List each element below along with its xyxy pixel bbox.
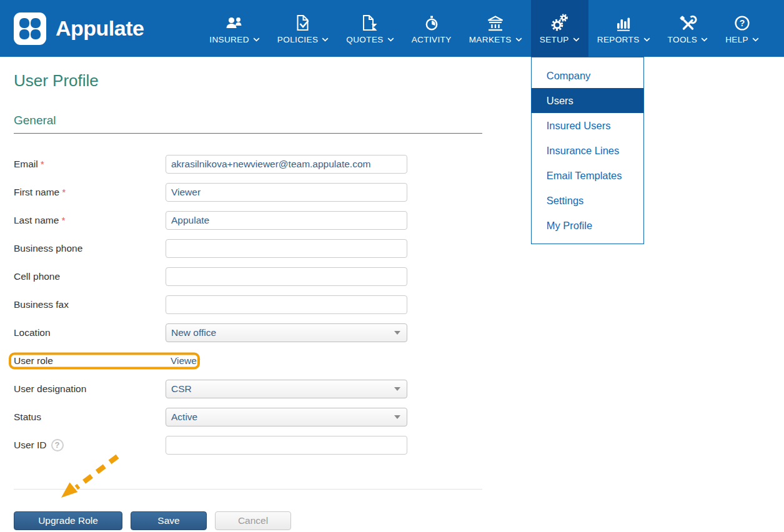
main-nav: INSURED POLICIES bbox=[201, 0, 784, 57]
chevron-down-icon bbox=[643, 37, 650, 42]
required-marker: * bbox=[61, 215, 65, 226]
location-label: Location bbox=[14, 327, 166, 338]
chevron-down-icon bbox=[752, 37, 759, 42]
nav-tools[interactable]: TOOLS bbox=[659, 0, 717, 57]
gears-icon bbox=[550, 13, 569, 32]
menu-item-users[interactable]: Users bbox=[532, 88, 643, 113]
status-select[interactable]: Active bbox=[166, 408, 407, 426]
nav-help[interactable]: ? HELP bbox=[717, 0, 775, 57]
bank-icon bbox=[486, 13, 505, 32]
quote-hourglass-icon bbox=[362, 13, 379, 32]
menu-item-insurance-lines[interactable]: Insurance Lines bbox=[532, 138, 643, 163]
nav-activity[interactable]: ACTIVITY bbox=[403, 0, 460, 57]
nav-quotes[interactable]: QUOTES bbox=[337, 0, 402, 57]
user-designation-selected-value: CSR bbox=[171, 383, 192, 395]
form-row-last-name: Last name* bbox=[14, 206, 784, 234]
chevron-down-icon bbox=[387, 37, 394, 42]
chevron-down-icon bbox=[573, 37, 580, 42]
status-selected-value: Active bbox=[171, 411, 197, 423]
first-name-field[interactable] bbox=[166, 183, 407, 202]
setup-dropdown-menu: Company Users Insured Users Insurance Li… bbox=[531, 57, 644, 244]
menu-item-settings[interactable]: Settings bbox=[532, 188, 643, 213]
business-phone-label: Business phone bbox=[14, 243, 166, 254]
cell-phone-label: Cell phone bbox=[14, 271, 166, 282]
nav-setup[interactable]: SETUP Company Users Insured Users Insura… bbox=[531, 0, 588, 57]
nav-markets-label: MARKETS bbox=[469, 35, 522, 44]
brand[interactable]: Appulate bbox=[0, 0, 162, 57]
dropdown-arrow-icon bbox=[394, 415, 400, 419]
form-row-email: Email* bbox=[14, 150, 784, 178]
nav-reports-label: REPORTS bbox=[597, 35, 650, 44]
form-row-business-phone: Business phone bbox=[14, 234, 784, 262]
upgrade-role-button[interactable]: Upgrade Role bbox=[14, 511, 122, 530]
chevron-down-icon bbox=[515, 37, 522, 42]
chevron-down-icon bbox=[322, 37, 329, 42]
nav-reports[interactable]: REPORTS bbox=[588, 0, 659, 57]
user-role-value: Viewer bbox=[166, 355, 200, 367]
form-row-user-designation: User designation CSR bbox=[14, 375, 784, 403]
required-marker: * bbox=[62, 187, 66, 198]
nav-policies[interactable]: POLICIES bbox=[269, 0, 337, 57]
menu-item-company[interactable]: Company bbox=[532, 63, 643, 88]
location-selected-value: New office bbox=[171, 327, 216, 338]
cell-phone-field[interactable] bbox=[166, 267, 407, 286]
nav-markets[interactable]: MARKETS bbox=[460, 0, 531, 57]
required-marker: * bbox=[41, 159, 44, 170]
help-icon: ? bbox=[733, 13, 751, 32]
business-fax-field[interactable] bbox=[166, 295, 407, 314]
business-fax-label: Business fax bbox=[14, 299, 166, 310]
top-navigation-bar: Appulate INSURED POLICI bbox=[0, 0, 784, 57]
menu-item-insured-users[interactable]: Insured Users bbox=[532, 113, 643, 138]
last-name-label: Last name* bbox=[14, 215, 166, 226]
status-label: Status bbox=[14, 411, 166, 423]
form-row-status: Status Active bbox=[14, 403, 784, 431]
form-row-first-name: First name* bbox=[14, 178, 784, 206]
nav-insured-label: INSURED bbox=[209, 35, 260, 44]
menu-item-my-profile[interactable]: My Profile bbox=[532, 213, 643, 238]
bar-chart-icon bbox=[615, 13, 632, 32]
save-button[interactable]: Save bbox=[131, 511, 207, 530]
user-profile-form: Email* First name* Last name* Business p… bbox=[14, 150, 784, 459]
location-select[interactable]: New office bbox=[166, 323, 407, 342]
dropdown-arrow-icon bbox=[394, 387, 400, 391]
nav-tools-label: TOOLS bbox=[668, 35, 708, 44]
form-row-user-role: User role Viewer bbox=[14, 347, 784, 375]
form-row-business-fax: Business fax bbox=[14, 290, 784, 318]
email-label: Email* bbox=[14, 159, 166, 170]
last-name-field[interactable] bbox=[166, 211, 407, 230]
page-title: User Profile bbox=[14, 71, 784, 91]
form-actions: Upgrade Role Save Cancel bbox=[14, 511, 784, 530]
section-divider bbox=[14, 489, 482, 490]
user-designation-label: User designation bbox=[14, 383, 166, 395]
general-section-heading: General bbox=[14, 114, 482, 134]
nav-quotes-label: QUOTES bbox=[346, 35, 394, 44]
svg-text:?: ? bbox=[740, 18, 745, 28]
brand-name: Appulate bbox=[56, 16, 144, 41]
form-row-user-id: User ID? bbox=[14, 431, 784, 459]
policy-check-icon bbox=[295, 13, 312, 32]
form-row-location: Location New office bbox=[14, 318, 784, 347]
nav-help-label: HELP bbox=[725, 35, 759, 44]
help-tooltip-icon[interactable]: ? bbox=[51, 439, 64, 451]
user-id-field[interactable] bbox=[166, 436, 407, 455]
stopwatch-icon bbox=[423, 13, 440, 32]
email-field[interactable] bbox=[166, 155, 407, 174]
menu-item-email-templates[interactable]: Email Templates bbox=[532, 163, 643, 188]
user-id-label: User ID? bbox=[14, 439, 166, 451]
dropdown-arrow-icon bbox=[394, 331, 400, 335]
nav-setup-label: SETUP bbox=[540, 35, 580, 44]
nav-activity-label: ACTIVITY bbox=[412, 35, 452, 44]
tools-icon bbox=[678, 13, 697, 32]
nav-insured[interactable]: INSURED bbox=[201, 0, 269, 57]
form-row-cell-phone: Cell phone bbox=[14, 262, 784, 290]
user-role-label: User role bbox=[14, 355, 166, 367]
chevron-down-icon bbox=[253, 37, 260, 42]
nav-policies-label: POLICIES bbox=[277, 35, 329, 44]
user-designation-select[interactable]: CSR bbox=[166, 380, 407, 398]
users-icon bbox=[224, 13, 246, 32]
cancel-button[interactable]: Cancel bbox=[215, 511, 291, 530]
chevron-down-icon bbox=[701, 37, 708, 42]
appulate-logo-icon bbox=[14, 12, 46, 45]
business-phone-field[interactable] bbox=[166, 239, 407, 258]
user-profile-page: User Profile General Email* First name* … bbox=[0, 71, 784, 530]
